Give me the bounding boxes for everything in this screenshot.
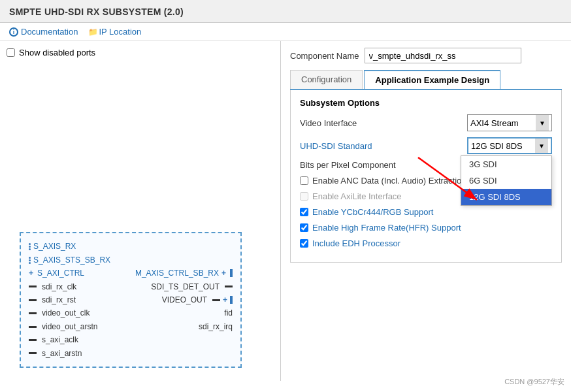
component-name-row: Component Name	[290, 48, 562, 63]
video-interface-select[interactable]: AXI4 Stream ▼	[467, 114, 552, 131]
documentation-link[interactable]: i Documentation	[9, 27, 78, 37]
show-disabled-label: Show disabled ports	[19, 48, 95, 57]
uhd-sdi-value: 12G SDI 8DS	[471, 141, 523, 151]
connector-bar-6	[29, 352, 37, 354]
connector-bar-r2	[212, 299, 220, 301]
edh-checkbox[interactable]	[300, 239, 308, 248]
component-block: S_AXIS_RX S_AXIS_STS_SB_RX + S_AXI_CTRL	[20, 232, 242, 368]
hfr-label: Enable High Frame Rate(HFR) Support	[312, 223, 461, 233]
uhd-sdi-label: UHD-SDI Standard	[300, 141, 372, 151]
tab-content: Subsystem Options Video Interface AXI4 S…	[290, 90, 562, 263]
port-row-s-axis-rx: S_AXIS_RX	[29, 240, 233, 253]
port-m-axis-ctrl: M_AXIS_CTRL_SB_RX	[135, 267, 219, 280]
connector-bar-r1	[225, 286, 233, 287]
video-interface-value: AXI4 Stream	[470, 118, 519, 128]
port-sdi-ts-det: SDI_TS_DET_OUT	[151, 280, 220, 293]
port-video-out-clk: video_out_clk	[42, 306, 90, 319]
hfr-row: Enable High Frame Rate(HFR) Support	[300, 223, 552, 233]
right-panel: Component Name Configuration Application…	[281, 41, 571, 381]
connector-bar-5	[29, 339, 37, 341]
connector-bar-1	[29, 286, 37, 287]
location-label: IP Location	[99, 27, 141, 37]
edh-label: Include EDH Processor	[312, 238, 400, 248]
port-row-sdi-rx-rst: sdi_rx_rst VIDEO_OUT +	[29, 293, 233, 306]
show-disabled-row: Show disabled ports	[7, 48, 274, 57]
watermark: CSDN @9527华安	[504, 377, 564, 387]
video-interface-label: Video Interface	[300, 118, 357, 128]
component-name-label: Component Name	[290, 51, 359, 61]
ip-location-link[interactable]: 📁 IP Location	[88, 27, 141, 37]
uhd-sdi-standard-row: UHD-SDI Standard 12G SDI 8DS ▼ 3G SDI 6G…	[300, 137, 552, 154]
app-title: SMPTE UHD-SDI RX SUBSYSTEM (2.0)	[9, 7, 562, 17]
connector-blue-1	[230, 269, 233, 277]
info-icon: i	[9, 27, 18, 37]
anc-data-label: Enable ANC Data (Incl. Audio) Extraction…	[312, 176, 478, 186]
left-panel: Show disabled ports S_AXIS_RX S_AXIS_	[0, 41, 281, 381]
port-s-axi-arstn: s_axi_arstn	[42, 347, 82, 360]
connector-bar-4	[29, 326, 37, 328]
connector-bar-3	[29, 312, 37, 314]
uhd-sdi-dropdown: 3G SDI 6G SDI 12G SDI 8DS	[461, 155, 552, 206]
port-sdi-rx-clk: sdi_rx_clk	[42, 280, 76, 293]
tab-configuration[interactable]: Configuration	[290, 70, 363, 89]
port-s-axis-rx: S_AXIS_RX	[33, 240, 76, 253]
toolbar: i Documentation 📁 IP Location	[0, 23, 571, 41]
ycbcr-label: Enable YCbCr444/RGB Support	[312, 207, 433, 217]
hfr-checkbox[interactable]	[300, 223, 308, 232]
port-row-sdi-rx-clk: sdi_rx_clk SDI_TS_DET_OUT	[29, 280, 233, 293]
connector-dots	[29, 243, 31, 250]
dropdown-item-3g[interactable]: 3G SDI	[461, 156, 551, 172]
anc-data-checkbox[interactable]	[300, 176, 308, 185]
port-s-axis-sts: S_AXIS_STS_SB_RX	[33, 253, 110, 267]
show-disabled-checkbox[interactable]	[7, 48, 15, 57]
axilite-checkbox[interactable]	[300, 192, 308, 201]
plus-icon-left-1: +	[29, 267, 33, 280]
bits-per-pixel-label: Bits per Pixel Component	[300, 160, 396, 170]
port-video-out-arstn: video_out_arstn	[42, 320, 97, 333]
uhd-sdi-arrow: ▼	[535, 139, 548, 153]
port-row-s-axi-arstn: s_axi_arstn	[29, 347, 233, 360]
port-row-video-out-arstn: video_out_arstn sdi_rx_irq	[29, 320, 233, 333]
port-row-s-axis-sts: S_AXIS_STS_SB_RX	[29, 253, 233, 267]
subsystem-options-title: Subsystem Options	[300, 98, 552, 108]
dropdown-item-6g[interactable]: 6G SDI	[461, 172, 551, 189]
dropdown-item-12g[interactable]: 12G SDI 8DS	[461, 189, 551, 205]
port-sdi-rx-rst: sdi_rx_rst	[42, 293, 76, 306]
tab-application-example[interactable]: Application Example Design	[364, 70, 500, 89]
connector-bar-2	[29, 299, 37, 301]
connector-blue-2	[230, 296, 233, 304]
plus-icon-right-1: +	[221, 267, 226, 280]
uhd-sdi-select[interactable]: 12G SDI 8DS ▼	[467, 137, 552, 154]
connector-dots-2	[29, 257, 31, 264]
port-sdi-rx-irq: sdi_rx_irq	[199, 320, 233, 333]
port-fid: fid	[224, 306, 233, 319]
port-video-out: VIDEO_OUT	[162, 293, 207, 306]
port-row-video-out-clk: video_out_clk fid	[29, 306, 233, 319]
ycbcr-checkbox[interactable]	[300, 208, 308, 216]
plus-icon-r2: +	[223, 293, 227, 306]
video-interface-arrow: ▼	[536, 115, 549, 131]
video-interface-row: Video Interface AXI4 Stream ▼	[300, 114, 552, 131]
edh-row: Include EDH Processor	[300, 238, 552, 248]
app-header: SMPTE UHD-SDI RX SUBSYSTEM (2.0)	[0, 0, 571, 23]
ycbcr-row: Enable YCbCr444/RGB Support	[300, 207, 552, 217]
port-s-axi-aclk: s_axi_aclk	[42, 333, 78, 346]
port-row-s-axi-ctrl: + S_AXI_CTRL M_AXIS_CTRL_SB_RX +	[29, 267, 233, 280]
location-icon: 📁	[88, 27, 96, 37]
main-content: Show disabled ports S_AXIS_RX S_AXIS_	[0, 41, 571, 381]
tabs-row: Configuration Application Example Design	[290, 70, 562, 90]
component-name-input[interactable]	[365, 48, 521, 63]
port-row-s-axi-aclk: s_axi_aclk	[29, 333, 233, 346]
axilite-label: Enable AxiLite Interface	[312, 191, 402, 201]
port-s-axi-ctrl: S_AXI_CTRL	[37, 267, 84, 280]
documentation-label: Documentation	[21, 27, 78, 37]
